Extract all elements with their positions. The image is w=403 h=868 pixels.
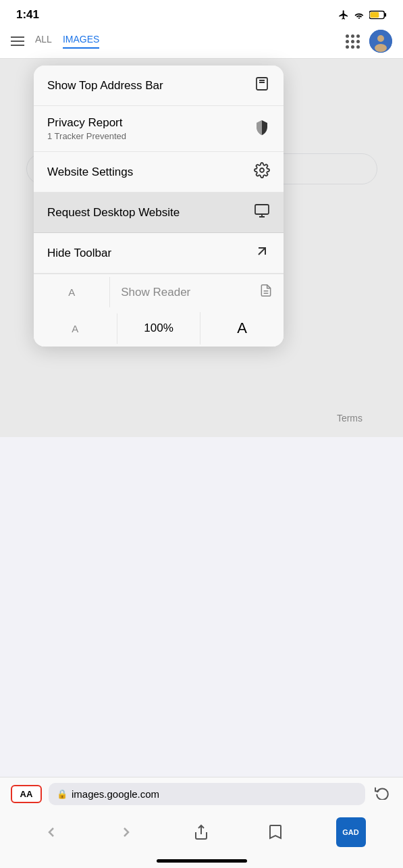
status-bar: 1:41: [0, 0, 403, 26]
hide-toolbar-label: Hide Toolbar: [47, 247, 111, 260]
large-a-label: A: [237, 320, 247, 337]
back-button[interactable]: [38, 821, 65, 843]
watermark-box: GAD: [336, 817, 366, 847]
show-reader-text[interactable]: Show Reader: [115, 284, 278, 301]
lock-icon: 🔒: [57, 789, 68, 799]
status-time: 1:41: [16, 8, 39, 22]
zoom-level: 100%: [144, 322, 173, 335]
hide-icon: [254, 243, 270, 263]
svg-rect-8: [257, 78, 267, 90]
settings-icon: [254, 162, 270, 182]
apps-grid-icon[interactable]: [346, 34, 360, 49]
menu-item-show-address-bar[interactable]: Show Top Address Bar: [34, 66, 284, 106]
tracker-prevented-label: 1 Tracker Prevented: [47, 131, 126, 141]
show-address-bar-label: Show Top Address Bar: [47, 79, 163, 93]
page-content: Google images Terms Show Top Address B: [0, 59, 403, 437]
nav-bar: GAD: [0, 811, 403, 858]
search-tabs: ALL IMAGES: [35, 34, 338, 49]
font-small-button[interactable]: A: [34, 313, 117, 344]
font-decrease-button[interactable]: A: [34, 277, 110, 307]
svg-point-11: [260, 168, 264, 172]
svg-point-4: [377, 35, 384, 42]
address-bar-icon: [254, 76, 270, 95]
menu-item-hide-toolbar[interactable]: Hide Toolbar: [34, 233, 284, 274]
show-reader-label: Show Reader: [121, 286, 190, 299]
request-desktop-label: Request Desktop Website: [47, 206, 180, 220]
tab-images[interactable]: IMAGES: [63, 34, 99, 49]
aa-button[interactable]: AA: [11, 785, 42, 803]
user-avatar[interactable]: [369, 30, 392, 53]
reader-doc-icon: [259, 284, 273, 301]
bookmarks-button[interactable]: [263, 821, 288, 843]
reload-button[interactable]: [372, 785, 392, 803]
battery-icon: [369, 10, 387, 20]
url-text: images.google.com: [72, 788, 159, 800]
zoom-percent-display: 100%: [117, 312, 201, 344]
svg-rect-12: [255, 205, 269, 214]
reader-section: Show Reader: [110, 274, 284, 310]
svg-rect-1: [385, 13, 386, 17]
menu-item-website-settings[interactable]: Website Settings: [34, 152, 284, 193]
tab-all[interactable]: ALL: [35, 34, 52, 49]
svg-rect-2: [370, 12, 379, 18]
bottom-area: AA 🔒 images.google.com: [0, 777, 403, 868]
privacy-icon: [254, 119, 270, 138]
watermark-area: GAD: [336, 817, 366, 847]
small-a-label: A: [68, 286, 75, 298]
menu-item-privacy-report[interactable]: Privacy Report 1 Tracker Prevented: [34, 106, 284, 152]
wifi-icon: [353, 9, 365, 20]
home-indicator: [157, 859, 247, 863]
tabs-right-icons: [346, 30, 392, 53]
share-button[interactable]: [188, 821, 215, 843]
font-zoom-row: A 100% A: [34, 310, 284, 347]
privacy-report-label: Privacy Report: [47, 116, 126, 130]
tabs-bar: ALL IMAGES: [0, 26, 403, 59]
status-icons: [338, 9, 387, 20]
website-settings-label: Website Settings: [47, 165, 133, 179]
font-large-button[interactable]: A: [200, 310, 284, 347]
url-bar[interactable]: 🔒 images.google.com: [49, 783, 365, 805]
desktop-icon: [254, 203, 270, 222]
menu-item-request-desktop[interactable]: Request Desktop Website: [34, 193, 284, 233]
svg-line-17: [259, 248, 265, 255]
small-a2-label: A: [72, 323, 78, 334]
address-bar: AA 🔒 images.google.com: [0, 777, 403, 811]
forward-button[interactable]: [113, 821, 140, 843]
reader-row: A Show Reader: [34, 274, 284, 310]
hamburger-menu[interactable]: [11, 36, 24, 46]
svg-point-5: [375, 44, 387, 52]
context-menu: Show Top Address Bar Privacy Report 1 Tr…: [34, 66, 284, 347]
avatar-image: [369, 30, 392, 53]
airplane-icon: [338, 9, 349, 20]
